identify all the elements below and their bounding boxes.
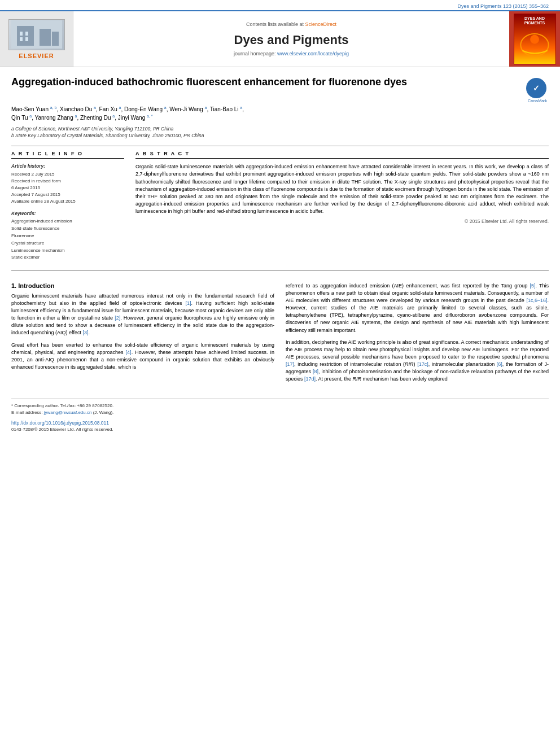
keyword-1: Aggregation-induced emission	[11, 218, 124, 225]
available-online: Available online 28 August 2015	[11, 198, 124, 205]
svg-rect-5	[25, 32, 28, 36]
journal-title-area: Contents lists available at ScienceDirec…	[73, 11, 509, 67]
journal-cover-area: DYES AND PIGMENTS	[509, 11, 560, 67]
footer: * Corresponding author. Tel./fax: +86 29…	[11, 399, 549, 432]
authors-line: Mao-Sen Yuan a, b, Xianchao Du a, Fan Xu…	[11, 105, 549, 123]
affiliation-a: a College of Science, Northwest A&F Univ…	[11, 126, 549, 133]
body-left-column: 1. Introduction Organic luminescent mate…	[11, 282, 274, 387]
svg-rect-7	[25, 37, 28, 41]
article-info-abstract-section: A R T I C L E I N F O Article history: R…	[11, 151, 549, 261]
ref-1c-6-16: [1c,6–16]	[526, 298, 547, 303]
article-content: Aggregation-induced bathochromic fluores…	[0, 67, 560, 440]
contents-available-label: Contents lists available at ScienceDirec…	[246, 21, 336, 27]
received-revised-label: Received in revised form	[11, 178, 124, 185]
ref-17d: [17d]	[304, 376, 316, 382]
ref-5: [5]	[530, 283, 535, 289]
journal-cover-image: DYES AND PIGMENTS	[514, 14, 556, 64]
svg-rect-3	[52, 32, 59, 46]
intro-para-2: Great effort has been exerted to enhance…	[11, 342, 274, 371]
elsevier-wordmark: ELSEVIER	[19, 53, 54, 59]
divider-1	[11, 146, 549, 146]
svg-rect-4	[20, 32, 23, 36]
received-revised-date: 6 August 2015	[11, 185, 124, 191]
doi-link[interactable]: http://dx.doi.org/10.1016/j.dyepig.2015.…	[11, 420, 109, 426]
page: Dyes and Pigments 123 (2015) 355–362	[0, 0, 560, 440]
email-link[interactable]: jywang@nwsuaf.edu.cn	[44, 410, 92, 415]
svg-rect-6	[20, 37, 23, 41]
article-title: Aggregation-induced bathochromic fluores…	[11, 76, 519, 89]
right-para-2: In addition, deciphering the AIE working…	[286, 339, 549, 383]
article-info-column: A R T I C L E I N F O Article history: R…	[11, 151, 124, 261]
intro-section-title: 1. Introduction	[11, 282, 274, 289]
homepage-url[interactable]: www.elsevier.com/locate/dyepig	[277, 51, 349, 56]
crossmark-badge[interactable]: ✓ CrossMark	[526, 78, 549, 101]
abstract-header: A B S T R A C T	[135, 151, 549, 159]
intro-para-1: Organic luminescent materials have attra…	[11, 292, 274, 337]
email-note: E-mail address: jywang@nwsuaf.edu.cn (J.…	[11, 409, 549, 416]
svg-rect-2	[40, 29, 51, 46]
abstract-text: Organic solid-state luminescence materia…	[135, 163, 549, 215]
cover-title: DYES AND PIGMENTS	[517, 16, 553, 26]
ref-17: [17]	[286, 361, 294, 367]
affiliation-b: b State Key Laboratory of Crystal Materi…	[11, 133, 549, 139]
ref-6: [6]	[497, 361, 502, 367]
ref-8: [8]	[313, 369, 318, 374]
abstract-column: A B S T R A C T Organic solid-state lumi…	[135, 151, 549, 261]
svg-rect-1	[17, 26, 34, 46]
journal-ref: Dyes and Pigments 123 (2015) 355–362	[0, 2, 560, 9]
keywords-section: Keywords: Aggregation-induced emission S…	[11, 211, 124, 261]
corresponding-author-note: * Corresponding author. Tel./fax: +86 29…	[11, 403, 549, 409]
issn-line: 0143-7208/© 2015 Elsevier Ltd. All right…	[11, 427, 549, 432]
right-para-1: referred to as aggregation induced emiss…	[286, 282, 549, 334]
keyword-6: Static excimer	[11, 254, 124, 261]
received-date: Received 2 July 2015	[11, 171, 124, 178]
elsevier-logo-area: ELSEVIER	[0, 11, 73, 67]
svg-point-9	[530, 35, 539, 44]
sciencedirect-link[interactable]: ScienceDirect	[305, 21, 337, 27]
article-info-header: A R T I C L E I N F O	[11, 151, 124, 159]
keyword-3: Fluorenone	[11, 233, 124, 240]
header: Dyes and Pigments 123 (2015) 355–362	[0, 0, 560, 67]
journal-main-title: Dyes and Pigments	[234, 33, 349, 47]
history-label: Article history:	[11, 163, 124, 169]
keyword-5: Luminescence mechanism	[11, 247, 124, 255]
affiliations: a College of Science, Northwest A&F Univ…	[11, 126, 549, 139]
crossmark-icon: ✓	[526, 78, 546, 98]
elsevier-building-image	[8, 19, 65, 50]
journal-homepage: journal homepage: www.elsevier.com/locat…	[234, 51, 349, 56]
keyword-2: Solid-state fluorescence	[11, 225, 124, 233]
ref-1: [1]	[185, 300, 191, 306]
ref-4: [4]	[126, 350, 132, 355]
body-content: 1. Introduction Organic luminescent mate…	[11, 282, 549, 387]
ref-2: [2]	[115, 315, 120, 321]
header-content: ELSEVIER Contents lists available at Sci…	[0, 10, 560, 67]
ref-3: [3]	[82, 330, 88, 335]
keyword-4: Crystal structure	[11, 240, 124, 247]
divider-2	[11, 270, 549, 271]
accepted-date: Accepted 7 August 2015	[11, 191, 124, 198]
ref-17c: [17c]	[417, 361, 428, 367]
body-right-column: referred to as aggregation induced emiss…	[286, 282, 549, 387]
copyright-notice: © 2015 Elsevier Ltd. All rights reserved…	[135, 219, 549, 224]
keywords-label: Keywords:	[11, 211, 124, 216]
